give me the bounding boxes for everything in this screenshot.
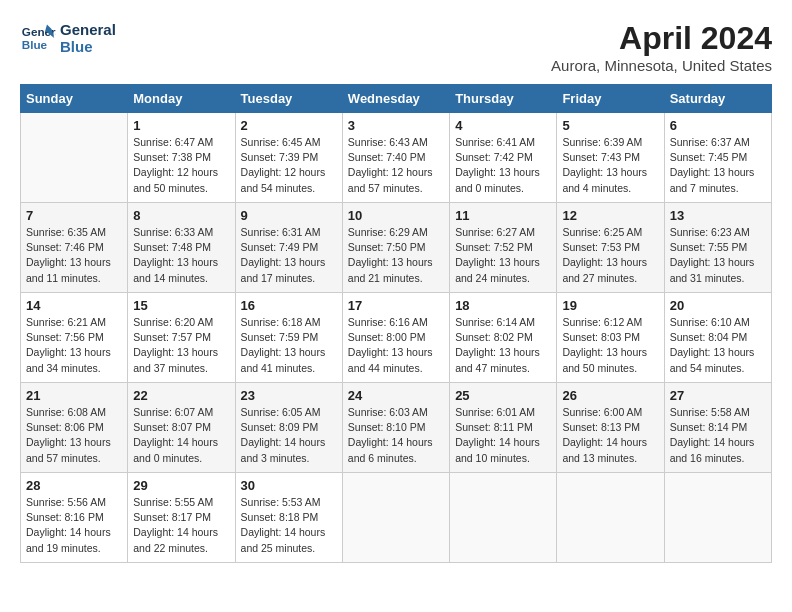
day-info: Sunrise: 6:10 AM Sunset: 8:04 PM Dayligh…: [670, 315, 766, 376]
weekday-header-row: SundayMondayTuesdayWednesdayThursdayFrid…: [21, 85, 772, 113]
calendar-cell: 18Sunrise: 6:14 AM Sunset: 8:02 PM Dayli…: [450, 293, 557, 383]
day-info: Sunrise: 5:55 AM Sunset: 8:17 PM Dayligh…: [133, 495, 229, 556]
calendar-cell: 8Sunrise: 6:33 AM Sunset: 7:48 PM Daylig…: [128, 203, 235, 293]
day-number: 3: [348, 118, 444, 133]
day-info: Sunrise: 6:25 AM Sunset: 7:53 PM Dayligh…: [562, 225, 658, 286]
calendar-cell: 20Sunrise: 6:10 AM Sunset: 8:04 PM Dayli…: [664, 293, 771, 383]
day-number: 15: [133, 298, 229, 313]
day-number: 30: [241, 478, 337, 493]
calendar-cell: 19Sunrise: 6:12 AM Sunset: 8:03 PM Dayli…: [557, 293, 664, 383]
header: General Blue General Blue April 2024 Aur…: [20, 20, 772, 74]
calendar-cell: 7Sunrise: 6:35 AM Sunset: 7:46 PM Daylig…: [21, 203, 128, 293]
week-row-4: 21Sunrise: 6:08 AM Sunset: 8:06 PM Dayli…: [21, 383, 772, 473]
calendar-cell: 3Sunrise: 6:43 AM Sunset: 7:40 PM Daylig…: [342, 113, 449, 203]
calendar-cell: 11Sunrise: 6:27 AM Sunset: 7:52 PM Dayli…: [450, 203, 557, 293]
calendar-table: SundayMondayTuesdayWednesdayThursdayFrid…: [20, 84, 772, 563]
day-info: Sunrise: 6:41 AM Sunset: 7:42 PM Dayligh…: [455, 135, 551, 196]
svg-text:Blue: Blue: [22, 38, 48, 51]
calendar-cell: 2Sunrise: 6:45 AM Sunset: 7:39 PM Daylig…: [235, 113, 342, 203]
calendar-cell: 17Sunrise: 6:16 AM Sunset: 8:00 PM Dayli…: [342, 293, 449, 383]
week-row-3: 14Sunrise: 6:21 AM Sunset: 7:56 PM Dayli…: [21, 293, 772, 383]
day-info: Sunrise: 5:56 AM Sunset: 8:16 PM Dayligh…: [26, 495, 122, 556]
day-info: Sunrise: 6:29 AM Sunset: 7:50 PM Dayligh…: [348, 225, 444, 286]
day-number: 6: [670, 118, 766, 133]
weekday-header-wednesday: Wednesday: [342, 85, 449, 113]
day-number: 25: [455, 388, 551, 403]
day-number: 18: [455, 298, 551, 313]
calendar-cell: 16Sunrise: 6:18 AM Sunset: 7:59 PM Dayli…: [235, 293, 342, 383]
day-number: 17: [348, 298, 444, 313]
day-number: 21: [26, 388, 122, 403]
day-number: 26: [562, 388, 658, 403]
calendar-cell: [450, 473, 557, 563]
day-info: Sunrise: 6:05 AM Sunset: 8:09 PM Dayligh…: [241, 405, 337, 466]
day-number: 8: [133, 208, 229, 223]
day-info: Sunrise: 6:27 AM Sunset: 7:52 PM Dayligh…: [455, 225, 551, 286]
day-info: Sunrise: 6:03 AM Sunset: 8:10 PM Dayligh…: [348, 405, 444, 466]
weekday-header-friday: Friday: [557, 85, 664, 113]
day-number: 28: [26, 478, 122, 493]
day-number: 11: [455, 208, 551, 223]
day-info: Sunrise: 6:43 AM Sunset: 7:40 PM Dayligh…: [348, 135, 444, 196]
weekday-header-thursday: Thursday: [450, 85, 557, 113]
calendar-cell: 26Sunrise: 6:00 AM Sunset: 8:13 PM Dayli…: [557, 383, 664, 473]
day-info: Sunrise: 5:53 AM Sunset: 8:18 PM Dayligh…: [241, 495, 337, 556]
calendar-cell: 1Sunrise: 6:47 AM Sunset: 7:38 PM Daylig…: [128, 113, 235, 203]
day-info: Sunrise: 6:18 AM Sunset: 7:59 PM Dayligh…: [241, 315, 337, 376]
calendar-cell: 10Sunrise: 6:29 AM Sunset: 7:50 PM Dayli…: [342, 203, 449, 293]
day-info: Sunrise: 6:23 AM Sunset: 7:55 PM Dayligh…: [670, 225, 766, 286]
day-info: Sunrise: 6:01 AM Sunset: 8:11 PM Dayligh…: [455, 405, 551, 466]
day-number: 1: [133, 118, 229, 133]
day-info: Sunrise: 6:35 AM Sunset: 7:46 PM Dayligh…: [26, 225, 122, 286]
day-info: Sunrise: 6:33 AM Sunset: 7:48 PM Dayligh…: [133, 225, 229, 286]
calendar-cell: 22Sunrise: 6:07 AM Sunset: 8:07 PM Dayli…: [128, 383, 235, 473]
calendar-cell: [557, 473, 664, 563]
calendar-cell: 5Sunrise: 6:39 AM Sunset: 7:43 PM Daylig…: [557, 113, 664, 203]
calendar-cell: 4Sunrise: 6:41 AM Sunset: 7:42 PM Daylig…: [450, 113, 557, 203]
day-info: Sunrise: 6:08 AM Sunset: 8:06 PM Dayligh…: [26, 405, 122, 466]
day-number: 7: [26, 208, 122, 223]
calendar-cell: 30Sunrise: 5:53 AM Sunset: 8:18 PM Dayli…: [235, 473, 342, 563]
day-info: Sunrise: 6:20 AM Sunset: 7:57 PM Dayligh…: [133, 315, 229, 376]
logo: General Blue General Blue: [20, 20, 116, 56]
week-row-1: 1Sunrise: 6:47 AM Sunset: 7:38 PM Daylig…: [21, 113, 772, 203]
calendar-cell: 25Sunrise: 6:01 AM Sunset: 8:11 PM Dayli…: [450, 383, 557, 473]
calendar-cell: 24Sunrise: 6:03 AM Sunset: 8:10 PM Dayli…: [342, 383, 449, 473]
weekday-header-saturday: Saturday: [664, 85, 771, 113]
day-info: Sunrise: 6:31 AM Sunset: 7:49 PM Dayligh…: [241, 225, 337, 286]
calendar-cell: 15Sunrise: 6:20 AM Sunset: 7:57 PM Dayli…: [128, 293, 235, 383]
weekday-header-sunday: Sunday: [21, 85, 128, 113]
day-number: 24: [348, 388, 444, 403]
day-number: 5: [562, 118, 658, 133]
day-number: 23: [241, 388, 337, 403]
day-number: 4: [455, 118, 551, 133]
calendar-cell: [21, 113, 128, 203]
calendar-cell: 6Sunrise: 6:37 AM Sunset: 7:45 PM Daylig…: [664, 113, 771, 203]
day-number: 27: [670, 388, 766, 403]
calendar-cell: [342, 473, 449, 563]
day-info: Sunrise: 6:39 AM Sunset: 7:43 PM Dayligh…: [562, 135, 658, 196]
day-number: 9: [241, 208, 337, 223]
day-number: 22: [133, 388, 229, 403]
day-number: 20: [670, 298, 766, 313]
calendar-cell: 13Sunrise: 6:23 AM Sunset: 7:55 PM Dayli…: [664, 203, 771, 293]
calendar-cell: 9Sunrise: 6:31 AM Sunset: 7:49 PM Daylig…: [235, 203, 342, 293]
day-info: Sunrise: 6:16 AM Sunset: 8:00 PM Dayligh…: [348, 315, 444, 376]
day-number: 10: [348, 208, 444, 223]
calendar-cell: [664, 473, 771, 563]
logo-icon: General Blue: [20, 20, 56, 56]
day-info: Sunrise: 6:12 AM Sunset: 8:03 PM Dayligh…: [562, 315, 658, 376]
logo-line1: General: [60, 21, 116, 38]
calendar-cell: 21Sunrise: 6:08 AM Sunset: 8:06 PM Dayli…: [21, 383, 128, 473]
day-info: Sunrise: 6:07 AM Sunset: 8:07 PM Dayligh…: [133, 405, 229, 466]
calendar-cell: 14Sunrise: 6:21 AM Sunset: 7:56 PM Dayli…: [21, 293, 128, 383]
day-info: Sunrise: 6:37 AM Sunset: 7:45 PM Dayligh…: [670, 135, 766, 196]
calendar-cell: 27Sunrise: 5:58 AM Sunset: 8:14 PM Dayli…: [664, 383, 771, 473]
day-number: 29: [133, 478, 229, 493]
day-info: Sunrise: 6:00 AM Sunset: 8:13 PM Dayligh…: [562, 405, 658, 466]
day-info: Sunrise: 6:14 AM Sunset: 8:02 PM Dayligh…: [455, 315, 551, 376]
day-number: 14: [26, 298, 122, 313]
day-info: Sunrise: 6:21 AM Sunset: 7:56 PM Dayligh…: [26, 315, 122, 376]
weekday-header-monday: Monday: [128, 85, 235, 113]
calendar-cell: 12Sunrise: 6:25 AM Sunset: 7:53 PM Dayli…: [557, 203, 664, 293]
